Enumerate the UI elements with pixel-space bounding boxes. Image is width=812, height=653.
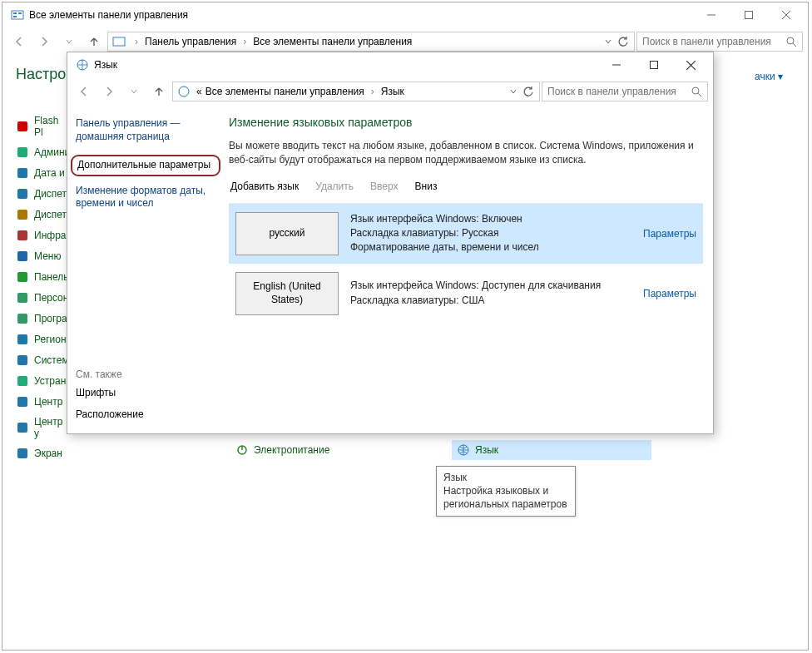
bg-crumb-2[interactable]: Все элементы панели управления <box>253 36 412 47</box>
bg-breadcrumb[interactable]: › Панель управления › Все элементы панел… <box>107 32 635 52</box>
cp-item-icon <box>16 312 29 325</box>
bg-sidebar-item[interactable]: Инфра <box>16 229 69 242</box>
cp-item-icon <box>16 208 29 221</box>
lang-dropdown-history[interactable] <box>122 80 146 103</box>
bg-close-button[interactable] <box>767 2 805 27</box>
crumb-up-prefix: « <box>196 86 202 97</box>
bg-title: Все элементы панели управления <box>29 9 692 21</box>
control-panel-icon <box>11 8 24 22</box>
bg-sidebar-item[interactable]: Меню <box>16 250 69 263</box>
tooltip-line2: региональных параметров <box>443 497 568 511</box>
bg-sidebar-item[interactable]: Дата и <box>16 166 69 180</box>
svg-rect-5 <box>745 12 752 19</box>
svg-rect-12 <box>17 147 27 157</box>
lang-close-button[interactable] <box>672 52 710 77</box>
bg-minimize-button[interactable] <box>692 2 730 27</box>
lang-search-input[interactable] <box>547 86 686 97</box>
cp-item-icon <box>16 270 29 284</box>
cp-item-icon <box>16 187 29 200</box>
lang-navrow: « Все элементы панели управления › Язык <box>67 77 713 106</box>
refresh-icon[interactable] <box>522 86 534 97</box>
tooltip-line1: Настройка языковых и <box>443 484 568 497</box>
bg-sidebar-item[interactable]: Центр <box>16 395 69 408</box>
lang-forward-button[interactable] <box>97 80 121 103</box>
bg-search-input[interactable] <box>642 36 780 47</box>
chevron-down-icon[interactable] <box>604 37 612 46</box>
lang-toolbar: Добавить язык Удалить Вверх Вниз <box>229 181 703 203</box>
language-options-link[interactable]: Параметры <box>643 288 696 299</box>
lang-minimize-button[interactable] <box>597 52 635 77</box>
refresh-icon[interactable] <box>617 36 629 47</box>
language-icon <box>177 85 191 98</box>
bg-sidebar-item[interactable]: Програ <box>16 312 69 325</box>
search-icon[interactable] <box>691 86 702 97</box>
cp-item-icon <box>16 374 29 388</box>
lang-crumb-1[interactable]: Все элементы панели управления <box>205 86 364 97</box>
bg-search-field[interactable] <box>636 32 803 52</box>
bg-titlebar: Все элементы панели управления <box>2 2 808 27</box>
lang-maximize-button[interactable] <box>635 52 672 77</box>
svg-rect-22 <box>17 355 27 365</box>
nav-change-formats[interactable]: Изменение форматов даты, времени и чисел <box>76 185 215 210</box>
bg-sidebar-item[interactable]: Flash Pl <box>16 115 69 138</box>
bg-crumb-1[interactable]: Панель управления <box>145 36 236 47</box>
svg-rect-23 <box>17 376 27 386</box>
nav-advanced-settings[interactable]: Дополнительные параметры <box>71 155 220 176</box>
cp-item-icon <box>16 333 29 346</box>
power-icon <box>235 443 249 457</box>
move-down-button[interactable]: Вниз <box>415 181 438 195</box>
bg-view-link[interactable]: ачки ▾ <box>755 56 808 90</box>
language-info: Язык интерфейса Windows: Включен Расклад… <box>350 212 631 255</box>
bg-dropdown-history[interactable] <box>57 30 81 53</box>
bg-sidebar-item[interactable]: Админи <box>16 146 69 159</box>
bg-back-button[interactable] <box>7 30 31 53</box>
cp-item-icon <box>16 120 29 133</box>
bg-item-language[interactable]: Язык <box>452 440 651 460</box>
svg-rect-20 <box>17 314 27 324</box>
bg-sidebar-item[interactable]: Панель <box>16 270 69 284</box>
breadcrumb-icon <box>112 35 126 48</box>
lang-crumb-2[interactable]: Язык <box>381 86 404 97</box>
bg-sidebar-item[interactable]: Регион <box>16 333 69 346</box>
language-name-box: English (United States) <box>235 272 339 315</box>
tooltip-title: Язык <box>443 471 568 484</box>
add-language-button[interactable]: Добавить язык <box>230 181 299 195</box>
bg-sidebar-item[interactable]: Экран <box>16 447 69 460</box>
language-row-russian[interactable]: русский Язык интерфейса Windows: Включен… <box>229 204 703 264</box>
bg-up-button[interactable] <box>82 30 106 53</box>
bg-sidebar-item[interactable]: Центр у <box>16 416 69 439</box>
bg-forward-button[interactable] <box>32 30 56 53</box>
bg-item-power[interactable]: Электропитание <box>235 443 329 457</box>
nav-fonts[interactable]: Шрифты <box>76 387 215 400</box>
svg-rect-14 <box>17 189 27 199</box>
cp-item-icon <box>16 395 29 408</box>
bg-maximize-button[interactable] <box>730 2 767 27</box>
svg-rect-17 <box>17 251 27 261</box>
bg-sidebar-item[interactable]: Диспет <box>16 187 69 200</box>
nav-location[interactable]: Расположение <box>76 408 215 422</box>
svg-point-9 <box>787 37 794 44</box>
cp-item-icon <box>16 354 29 367</box>
language-options-link[interactable]: Параметры <box>643 228 696 240</box>
search-icon[interactable] <box>785 36 797 47</box>
language-name-box: русский <box>235 212 339 255</box>
bg-sidebar-item[interactable]: Персон <box>16 291 69 304</box>
lang-back-button[interactable] <box>72 80 96 103</box>
bg-sidebar-item[interactable]: Систем <box>16 354 69 367</box>
nav-home[interactable]: Панель управления — домашняя страница <box>76 117 215 143</box>
lang-title: Язык <box>94 59 597 71</box>
lang-description: Вы можете вводить текст на любом языке, … <box>229 139 703 167</box>
chevron-down-icon[interactable] <box>509 87 517 96</box>
svg-rect-32 <box>650 62 657 69</box>
lang-search-field[interactable] <box>542 82 708 101</box>
svg-rect-13 <box>17 168 27 178</box>
language-row-english[interactable]: English (United States) Язык интерфейса … <box>229 264 703 324</box>
bg-sidebar-item[interactable]: Диспет <box>16 208 69 221</box>
bg-sidebar-item[interactable]: Устран <box>16 374 69 388</box>
remove-language-button: Удалить <box>315 181 354 195</box>
lang-right-pane: Изменение языковых параметров Вы можете … <box>224 106 713 433</box>
see-also-header: См. также <box>76 369 215 380</box>
lang-breadcrumb[interactable]: « Все элементы панели управления › Язык <box>172 82 540 101</box>
language-icon <box>76 58 89 72</box>
lang-up-button[interactable] <box>147 80 171 103</box>
